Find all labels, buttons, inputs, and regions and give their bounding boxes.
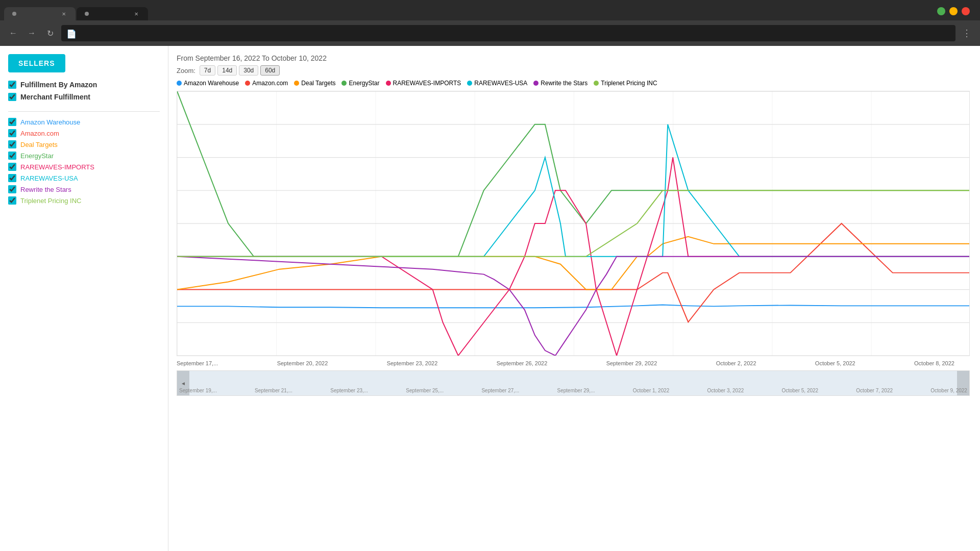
x-label-5: October 2, 2022 bbox=[716, 360, 756, 366]
legend-label-energystar: EnergyStar bbox=[349, 80, 379, 87]
minimap-label-4: September 27,... bbox=[481, 388, 519, 393]
browser-menu-button[interactable]: ⋮ bbox=[960, 26, 974, 40]
minimap-label-5: September 29,... bbox=[557, 388, 595, 393]
seller-item-rarewaves-imports: RAREWAVES-IMPORTS bbox=[8, 163, 160, 171]
seller-item-triplenet: Triplenet Pricing INC bbox=[8, 196, 160, 205]
legend-dot-rewrite bbox=[533, 81, 538, 86]
zoom-controls: Zoom: 7d 14d 30d 60d bbox=[177, 65, 980, 76]
minimap-label-0: September 19,... bbox=[179, 388, 217, 393]
seller-name-amazon-warehouse: Amazon Warehouse bbox=[20, 118, 80, 126]
address-bar[interactable]: 📄 bbox=[61, 25, 955, 41]
seller-name-amazon: Amazon.com bbox=[20, 130, 59, 137]
traffic-lights bbox=[937, 7, 970, 15]
legend-dot-energystar bbox=[341, 81, 347, 86]
fulfillment-by-amazon-label: Fulfillment By Amazon bbox=[20, 81, 97, 89]
fulfillment-by-amazon-item: Fulfillment By Amazon bbox=[8, 81, 160, 89]
zoom-14d[interactable]: 14d bbox=[217, 65, 237, 76]
merchant-fulfillment-item: Merchant Fulfillment bbox=[8, 93, 160, 101]
seller-checkbox-deal-targets[interactable] bbox=[8, 140, 16, 148]
chart-legend: Amazon Warehouse Amazon.com Deal Targets… bbox=[177, 80, 980, 87]
seller-item-rewrite: Rewrite the Stars bbox=[8, 185, 160, 193]
seller-item-energystar: EnergyStar bbox=[8, 152, 160, 160]
traffic-light-green bbox=[937, 7, 945, 15]
minimap-label-2: September 23,... bbox=[330, 388, 368, 393]
legend-dot-deal-targets bbox=[294, 81, 299, 86]
seller-item-deal-targets: Deal Targets bbox=[8, 140, 160, 148]
minimap-label-6: October 1, 2022 bbox=[633, 388, 670, 393]
legend-dot-triplenet bbox=[594, 81, 599, 86]
tab-close-1[interactable]: ✕ bbox=[60, 10, 67, 17]
legend-energystar: EnergyStar bbox=[341, 80, 379, 87]
tab-close-2[interactable]: ✕ bbox=[133, 10, 140, 17]
legend-amazon: Amazon.com bbox=[245, 80, 288, 87]
zoom-30d[interactable]: 30d bbox=[239, 65, 258, 76]
seller-name-rarewaves-imports: RAREWAVES-IMPORTS bbox=[20, 163, 94, 171]
seller-item-rarewaves-usa: RAREWAVES-USA bbox=[8, 174, 160, 182]
zoom-60d[interactable]: 60d bbox=[260, 65, 280, 76]
x-label-6: October 5, 2022 bbox=[815, 360, 855, 366]
seller-name-rarewaves-usa: RAREWAVES-USA bbox=[20, 174, 78, 182]
legend-label-amazon-warehouse: Amazon Warehouse bbox=[184, 80, 239, 87]
tab-favicon-2 bbox=[85, 12, 89, 16]
minimap-label-7: October 3, 2022 bbox=[707, 388, 744, 393]
x-label-1: September 20, 2022 bbox=[277, 360, 328, 366]
fulfillment-options: Fulfillment By Amazon Merchant Fulfillme… bbox=[8, 81, 160, 101]
seller-name-rewrite: Rewrite the Stars bbox=[20, 186, 71, 193]
browser-tab-1[interactable]: ✕ bbox=[4, 7, 76, 20]
forward-button[interactable]: → bbox=[24, 26, 39, 40]
minimap[interactable]: ◄ September 19,... September 21,... Sept… bbox=[177, 370, 970, 396]
main-chart-svg bbox=[177, 91, 970, 356]
minimap-label-8: October 5, 2022 bbox=[781, 388, 818, 393]
chart-area: From September 16, 2022 To October 10, 2… bbox=[168, 46, 980, 551]
x-label-2: September 23, 2022 bbox=[387, 360, 438, 366]
legend-dot-rarewaves-usa bbox=[467, 81, 472, 86]
seller-name-energystar: EnergyStar bbox=[20, 152, 54, 160]
merchant-fulfillment-checkbox[interactable] bbox=[8, 93, 16, 101]
minimap-label-1: September 21,... bbox=[255, 388, 292, 393]
sellers-button[interactable]: SELLERS bbox=[8, 54, 65, 72]
chart-container: 80 70 60 50 40 30 20 10 0 bbox=[177, 91, 970, 358]
merchant-fulfillment-label: Merchant Fulfillment bbox=[20, 93, 90, 101]
reload-button[interactable]: ↻ bbox=[43, 26, 57, 40]
legend-dot-rarewaves-imports bbox=[386, 81, 391, 86]
seller-list: Amazon Warehouse Amazon.com Deal Targets… bbox=[8, 118, 160, 205]
legend-label-rarewaves-usa: RAREWAVES-USA bbox=[474, 80, 527, 87]
legend-rarewaves-imports: RAREWAVES-IMPORTS bbox=[386, 80, 461, 87]
x-label-4: September 29, 2022 bbox=[606, 360, 657, 366]
back-button[interactable]: ← bbox=[6, 26, 20, 40]
seller-checkbox-amazon-warehouse[interactable] bbox=[8, 118, 16, 126]
browser-tab-2[interactable]: ✕ bbox=[77, 7, 148, 20]
traffic-light-yellow bbox=[949, 7, 958, 15]
legend-label-triplenet: Triplenet Pricing INC bbox=[601, 80, 657, 87]
chart-header: From September 16, 2022 To October 10, 2… bbox=[177, 54, 980, 76]
seller-checkbox-amazon[interactable] bbox=[8, 129, 16, 137]
legend-triplenet: Triplenet Pricing INC bbox=[594, 80, 657, 87]
seller-checkbox-rewrite[interactable] bbox=[8, 185, 16, 193]
legend-dot-amazon bbox=[245, 81, 250, 86]
zoom-label: Zoom: bbox=[177, 67, 195, 74]
legend-label-amazon: Amazon.com bbox=[252, 80, 288, 87]
fulfillment-by-amazon-checkbox[interactable] bbox=[8, 81, 16, 89]
legend-label-deal-targets: Deal Targets bbox=[301, 80, 335, 87]
sidebar: SELLERS Fulfillment By Amazon Merchant F… bbox=[0, 46, 168, 551]
legend-dot-amazon-warehouse bbox=[177, 81, 182, 86]
legend-deal-targets: Deal Targets bbox=[294, 80, 335, 87]
legend-rarewaves-usa: RAREWAVES-USA bbox=[467, 80, 527, 87]
minimap-label-10: October 9, 2022 bbox=[930, 388, 967, 393]
seller-checkbox-triplenet[interactable] bbox=[8, 196, 16, 205]
tab-favicon-1 bbox=[12, 12, 16, 16]
seller-checkbox-rarewaves-imports[interactable] bbox=[8, 163, 16, 171]
minimap-axis-labels: September 19,... September 21,... Septem… bbox=[177, 387, 969, 394]
zoom-7d[interactable]: 7d bbox=[200, 65, 215, 76]
sidebar-divider bbox=[8, 111, 160, 112]
seller-item-amazon: Amazon.com bbox=[8, 129, 160, 137]
seller-item-amazon-warehouse: Amazon Warehouse bbox=[8, 118, 160, 126]
seller-name-deal-targets: Deal Targets bbox=[20, 141, 58, 148]
seller-checkbox-energystar[interactable] bbox=[8, 152, 16, 160]
x-label-3: September 26, 2022 bbox=[497, 360, 548, 366]
legend-rewrite: Rewrite the Stars bbox=[533, 80, 587, 87]
seller-checkbox-rarewaves-usa[interactable] bbox=[8, 174, 16, 182]
legend-label-rewrite: Rewrite the Stars bbox=[541, 80, 587, 87]
seller-name-triplenet: Triplenet Pricing INC bbox=[20, 197, 81, 205]
x-label-0: September 17,... bbox=[177, 360, 218, 366]
